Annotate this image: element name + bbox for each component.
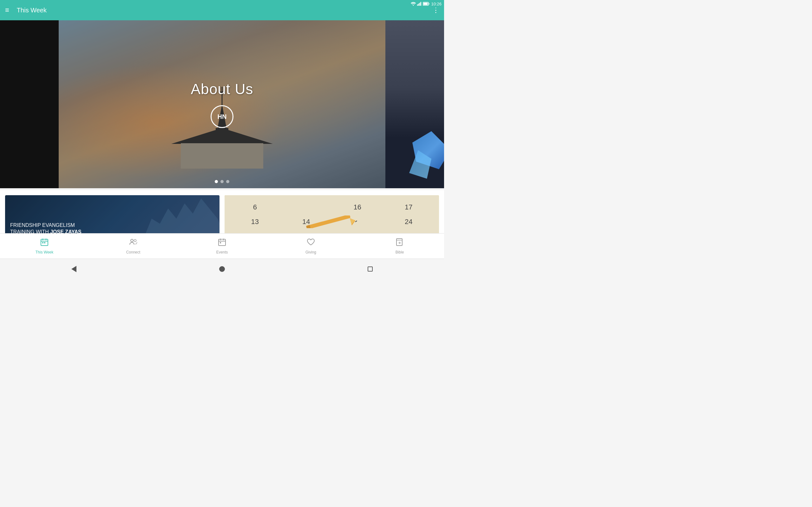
connect-label: Connect — [126, 250, 141, 255]
svg-rect-7 — [423, 3, 428, 5]
svg-point-20 — [134, 239, 136, 242]
svg-rect-6 — [429, 3, 429, 5]
carousel-dot-3[interactable] — [226, 180, 229, 183]
svg-rect-17 — [42, 242, 44, 243]
system-nav — [0, 259, 444, 279]
svg-rect-21 — [218, 239, 225, 245]
wifi-icon — [411, 2, 416, 6]
book-icon — [395, 238, 404, 246]
events-icon — [217, 238, 226, 249]
heart-icon — [306, 238, 315, 246]
nav-bible[interactable]: Bible — [355, 235, 444, 257]
nav-this-week[interactable]: This Week — [0, 235, 89, 257]
connect-icon — [129, 238, 138, 249]
nav-connect[interactable]: Connect — [89, 235, 177, 257]
events-calendar-icon — [217, 238, 226, 246]
hero-logo: HN — [211, 105, 234, 128]
bible-icon — [395, 238, 404, 249]
home-button[interactable] — [216, 263, 228, 275]
bible-label: Bible — [396, 250, 404, 255]
hero-title: About Us — [191, 80, 253, 98]
svg-rect-2 — [418, 4, 419, 6]
calendar-icon — [40, 238, 49, 246]
giving-label: Giving — [305, 250, 316, 255]
svg-rect-1 — [417, 4, 418, 6]
people-icon — [129, 238, 138, 246]
svg-rect-25 — [220, 242, 221, 243]
nav-giving[interactable]: Giving — [266, 235, 355, 257]
events-label: Events — [216, 250, 228, 255]
hero-right-panel — [386, 20, 444, 188]
nav-events[interactable]: Events — [177, 235, 266, 257]
hero-overlay: About Us HN — [59, 20, 386, 188]
status-icons: 10:26 — [411, 2, 442, 6]
app-bar: ≡ This Week ⋮ — [0, 0, 444, 20]
svg-rect-4 — [420, 2, 421, 6]
hamburger-icon[interactable]: ≡ — [5, 7, 9, 14]
hero-main-slide: About Us HN — [59, 20, 386, 188]
status-time: 10:26 — [431, 2, 442, 6]
svg-rect-26 — [397, 239, 402, 245]
recents-button[interactable] — [364, 263, 376, 275]
status-bar: 10:26 — [380, 0, 444, 8]
svg-rect-8 — [307, 216, 351, 228]
svg-point-0 — [413, 5, 414, 6]
giving-icon — [306, 238, 315, 249]
back-button[interactable] — [68, 263, 80, 275]
this-week-label: This Week — [36, 250, 53, 255]
svg-rect-18 — [44, 242, 45, 243]
hero-left-panel — [0, 20, 59, 188]
svg-rect-3 — [419, 3, 420, 6]
bottom-nav: This Week Connect Events — [0, 233, 444, 259]
pencil-icon — [303, 216, 360, 228]
svg-point-19 — [131, 239, 133, 242]
signal-icon — [417, 2, 421, 6]
battery-icon — [423, 2, 430, 6]
svg-line-12 — [355, 221, 357, 222]
hero-carousel: About Us HN — [0, 20, 444, 188]
carousel-dots — [215, 180, 229, 183]
app-title: This Week — [17, 7, 432, 14]
carousel-dot-2[interactable] — [220, 180, 223, 183]
this-week-icon — [40, 238, 49, 249]
carousel-dot-1[interactable] — [215, 180, 218, 183]
